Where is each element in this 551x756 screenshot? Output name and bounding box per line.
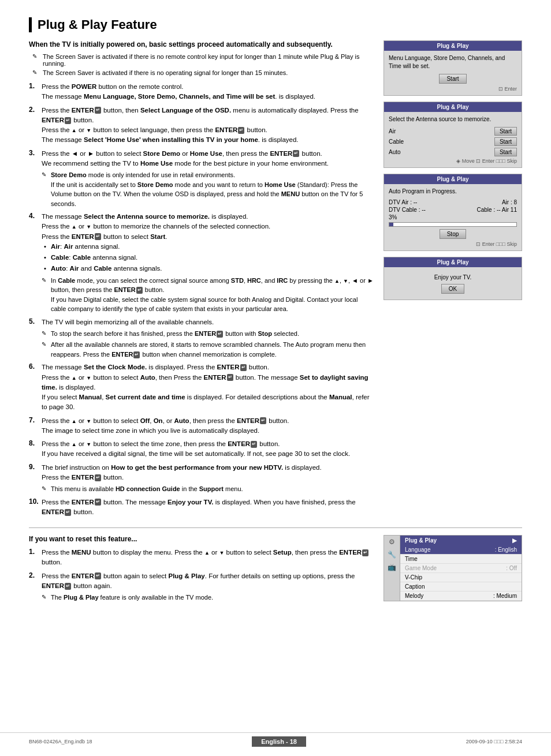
reset-section: If you want to reset this feature... 1. …: [29, 535, 522, 606]
setup-row-caption-label: Caption: [405, 583, 425, 590]
page: Plug & Play Feature When the TV is initi…: [0, 0, 551, 756]
step-4-num: 4.: [29, 212, 42, 314]
step-6: 6. The message Set the Clock Mode. is di…: [29, 362, 374, 412]
antenna-cable-row: Cable Start: [389, 137, 517, 146]
step-3: 3. Press the ◄ or ► button to select Sto…: [29, 149, 374, 209]
panel-3-btn-row: Stop: [389, 229, 517, 239]
panel-4-msg: Enjoy your TV.: [389, 274, 517, 280]
antenna-air-label: Air: [389, 128, 396, 134]
sidebar-icon-3: 📺: [388, 563, 396, 571]
setup-sidebar: ⚙ 🔧 📺: [384, 536, 400, 601]
antenna-air-btn[interactable]: Start: [494, 127, 517, 136]
setup-menu-arrow: ▶: [512, 537, 517, 544]
setup-menu-content: Plug & Play ▶ Language : English Time Ga…: [400, 536, 522, 601]
step-9-num: 9.: [29, 463, 42, 494]
footer-right: 2009-09-10 □□□ 2:58:24: [466, 739, 522, 744]
panel-2-title: Plug & Play: [384, 102, 522, 112]
panel-1-hint: ⊡ Enter: [389, 86, 517, 92]
reset-step-2: 2. Press the ENTER↵ button again to sele…: [29, 571, 374, 602]
step-7: 7. Press the ▲ or ▼ button to select Off…: [29, 416, 374, 436]
panel-1-start-btn[interactable]: Start: [439, 74, 466, 84]
panel-1: Plug & Play Menu Language, Store Demo, C…: [384, 40, 522, 96]
antenna-auto-btn[interactable]: Start: [494, 148, 517, 156]
panel-3: Plug & Play Auto Program in Progress. DT…: [384, 174, 522, 251]
step-5: 5. The TV will begin memorizing all of t…: [29, 317, 374, 360]
antenna-cable-btn[interactable]: Start: [494, 137, 517, 146]
right-column: Plug & Play Menu Language, Store Demo, C…: [384, 40, 522, 521]
bullet-auto: Auto: Air and Cable antenna signals.: [42, 264, 374, 274]
step-6-content: The message Set the Clock Mode. is displ…: [42, 362, 374, 412]
panel-3-dtv-cable: DTV Cable : --: [389, 207, 426, 213]
setup-row-time[interactable]: Time: [400, 555, 522, 564]
setup-row-vchip-label: V-Chip: [405, 574, 422, 581]
step-8-content: Press the ▲ or ▼ button to select the ti…: [42, 439, 374, 459]
setup-row-gamemode[interactable]: Game Mode : Off: [400, 564, 522, 573]
antenna-cable-label: Cable: [389, 139, 404, 145]
step-5-num: 5.: [29, 317, 42, 360]
reset-step-2-content: Press the ENTER↵ button again to select …: [42, 571, 374, 602]
bullet-cable: Cable: Cable antenna signal.: [42, 253, 374, 263]
step-4: 4. The message Select the Antenna source…: [29, 212, 374, 314]
antenna-auto-label: Auto: [389, 149, 401, 155]
panel-1-title: Plug & Play: [384, 41, 522, 51]
step-7-num: 7.: [29, 416, 42, 436]
setup-row-language[interactable]: Language : English: [400, 545, 522, 555]
reset-step-1: 1. Press the MENU button to display the …: [29, 548, 374, 568]
progress-bar-outer: [389, 222, 517, 227]
intro-note-1: The Screen Saver is activated if there i…: [29, 53, 374, 67]
intro-bold: When the TV is initially powered on, bas…: [29, 40, 374, 48]
panel-4-ok-btn[interactable]: OK: [441, 284, 464, 294]
intro-note-2: The Screen Saver is activated if there i…: [29, 69, 374, 76]
reset-title: If you want to reset this feature...: [29, 535, 374, 543]
step-6-num: 6.: [29, 362, 42, 412]
step-5-note-1: To stop the search before it has finishe…: [42, 329, 374, 339]
step-3-note: Store Demo mode is only intended for use…: [42, 170, 374, 208]
step-4-content: The message Select the Antenna source to…: [42, 212, 374, 314]
setup-row-time-label: Time: [405, 556, 418, 562]
step-2-content: Press the ENTER↵ button, then Select Lan…: [42, 106, 374, 145]
footer-center: English - 18: [252, 736, 306, 747]
panel-3-line1: Auto Program in Progress.: [389, 188, 517, 196]
step-9-note: This menu is available HD connection Gui…: [42, 484, 374, 494]
setup-row-melody[interactable]: Melody : Medium: [400, 592, 522, 601]
antenna-auto-row: Auto Start: [389, 148, 517, 156]
step-2-num: 2.: [29, 106, 42, 145]
setup-row-language-label: Language: [405, 547, 431, 553]
reset-step-1-num: 1.: [29, 548, 42, 568]
step-10-num: 10.: [29, 497, 42, 518]
setup-row-gamemode-label: Game Mode: [405, 565, 437, 571]
step-2: 2. Press the ENTER↵ button, then Select …: [29, 106, 374, 145]
setup-menu-title-text: Plug & Play: [405, 537, 437, 544]
step-1-num: 1.: [29, 82, 42, 102]
panel-3-stop-btn[interactable]: Stop: [440, 229, 467, 239]
step-3-content: Press the ◄ or ► button to select Store …: [42, 149, 374, 209]
step-7-content: Press the ▲ or ▼ button to select Off, O…: [42, 416, 374, 436]
setup-row-melody-label: Melody: [405, 593, 423, 599]
sidebar-icon-2: 🔧: [388, 551, 396, 559]
setup-row-vchip[interactable]: V-Chip: [400, 573, 522, 582]
setup-row-caption[interactable]: Caption: [400, 582, 522, 592]
panel-3-dtv-air: DTV Air : --: [389, 199, 417, 205]
setup-row-melody-value: : Medium: [493, 593, 517, 599]
reset-step-2-note: The Plug & Play feature is only availabl…: [42, 593, 374, 602]
panel-1-msg: Menu Language, Store Demo, Channels, and…: [389, 54, 517, 70]
panel-1-btn-row: Start: [389, 74, 517, 84]
panel-3-row2: DTV Air : -- Air : 8: [389, 199, 517, 205]
step-8-num: 8.: [29, 439, 42, 459]
reset-step-2-num: 2.: [29, 571, 42, 602]
step-5-content: The TV will begin memorizing all of the …: [42, 317, 374, 360]
panel-4-btn-row: OK: [389, 284, 517, 294]
page-footer: BN68-02426A_Eng.indb 18 English - 18 200…: [0, 732, 551, 747]
panel-2-hint: ◈ Move ⊡ Enter □□□ Skip: [389, 158, 517, 164]
page-title: Plug & Play Feature: [29, 17, 522, 32]
left-column: When the TV is initially powered on, bas…: [29, 40, 374, 521]
bullet-air: Air: Air antenna signal.: [42, 242, 374, 252]
reset-step-1-content: Press the MENU button to display the men…: [42, 548, 374, 568]
step-8: 8. Press the ▲ or ▼ button to select the…: [29, 439, 374, 459]
footer-left: BN68-02426A_Eng.indb 18: [29, 739, 92, 744]
reset-left: If you want to reset this feature... 1. …: [29, 535, 374, 606]
panel-4-title: Plug & Play: [384, 257, 522, 267]
setup-panel-container: ⚙ 🔧 📺 Plug & Play ▶ Language : English T…: [384, 535, 522, 606]
panel-3-percent-row: 3%: [389, 214, 517, 220]
step-1: 1. Press the POWER button on the remote …: [29, 82, 374, 102]
